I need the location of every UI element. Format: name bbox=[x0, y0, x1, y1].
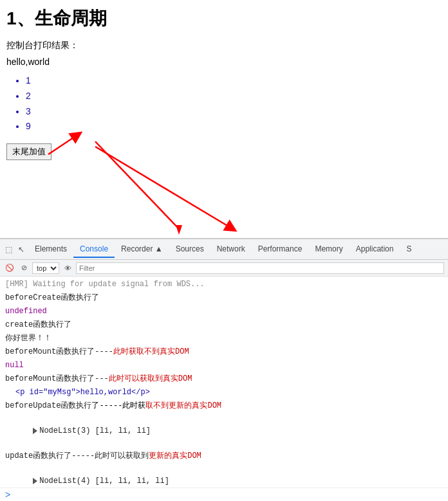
console-output: [HMR] Waiting for update signal from WDS… bbox=[0, 277, 448, 487]
main-content: 1、生命周期 控制台打印结果： hello,world 1 2 3 9 末尾加值 bbox=[0, 0, 448, 238]
console-line: null bbox=[0, 359, 448, 372]
console-line: beforeUpdate函数执行了-----此时获取不到更新的真实DOM bbox=[0, 399, 448, 413]
console-line-nodelist3[interactable]: NodeList(3) [li, li, li] bbox=[0, 413, 448, 450]
svg-line-2 bbox=[48, 135, 77, 154]
console-line-nodelist4[interactable]: NodeList(4) [li, li, li, li] bbox=[0, 463, 448, 487]
console-line: [HMR] Waiting for update signal from WDS… bbox=[0, 278, 448, 291]
devtools-tabs-bar: ⬚ ↖ Elements Console Recorder ▲ Sources … bbox=[0, 239, 448, 260]
tab-application[interactable]: Application bbox=[350, 241, 400, 258]
console-line: <p id="myMsg">hello,world</p> bbox=[0, 386, 448, 399]
svg-line-3 bbox=[95, 147, 232, 228]
filter-input[interactable] bbox=[76, 262, 444, 274]
console-line: undefined bbox=[0, 305, 448, 318]
console-line: update函数执行了-----此时可以获取到更新的真实DOM bbox=[0, 450, 448, 463]
console-prompt: > bbox=[0, 487, 448, 501]
eye-button[interactable]: 👁 bbox=[62, 262, 73, 274]
tab-recorder[interactable]: Recorder ▲ bbox=[115, 241, 169, 258]
tab-memory[interactable]: Memory bbox=[308, 241, 349, 258]
tab-console[interactable]: Console bbox=[73, 241, 115, 258]
tab-performance[interactable]: Performance bbox=[252, 241, 309, 258]
svg-line-4 bbox=[95, 141, 180, 230]
console-line: create函数执行了 bbox=[0, 318, 448, 332]
console-toolbar: 🚫 ⊘ top 👁 bbox=[0, 260, 448, 277]
tab-sources[interactable]: Sources bbox=[169, 241, 210, 258]
context-selector[interactable]: top bbox=[32, 262, 59, 274]
console-line: 你好世界！！ bbox=[0, 332, 448, 345]
devtools-icon-cursor[interactable]: ↖ bbox=[15, 244, 27, 255]
clear-console-button[interactable]: 🚫 bbox=[4, 262, 15, 274]
tab-network[interactable]: Network bbox=[210, 241, 252, 258]
tab-elements[interactable]: Elements bbox=[28, 241, 73, 258]
devtools-icon-inspect[interactable]: ⬚ bbox=[3, 244, 14, 255]
tab-more[interactable]: S bbox=[400, 241, 418, 258]
prompt-arrow: > bbox=[5, 489, 10, 500]
svg-marker-5 bbox=[176, 225, 182, 235]
filter-button[interactable]: ⊘ bbox=[18, 262, 30, 274]
console-line: beforeCreate函数执行了 bbox=[0, 291, 448, 305]
arrows-overlay bbox=[0, 0, 448, 238]
devtools-panel: ⬚ ↖ Elements Console Recorder ▲ Sources … bbox=[0, 238, 448, 501]
console-line: beforeMount函数执行了---此时可以获取到真实DOM bbox=[0, 372, 448, 386]
console-line: beforeMount函数执行了----此时获取不到真实DOM bbox=[0, 345, 448, 359]
